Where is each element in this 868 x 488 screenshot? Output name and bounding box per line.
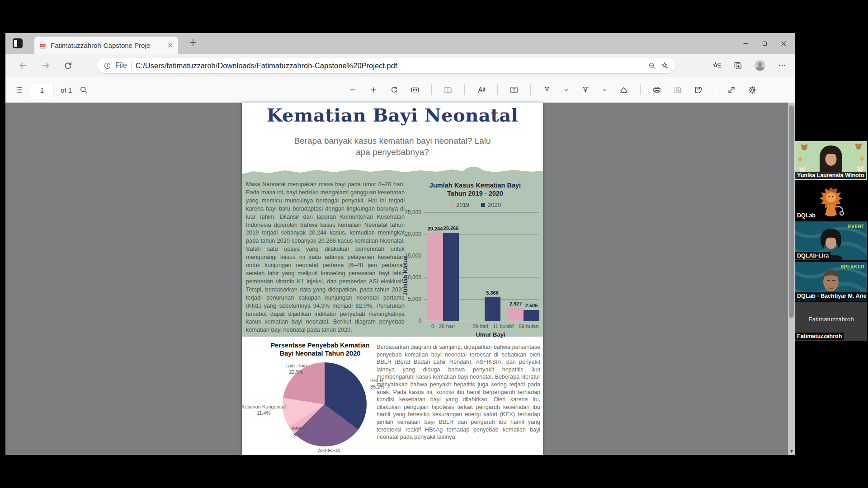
y-axis-label: Jumlah Kasus bbox=[402, 249, 409, 303]
browser-window: PDF Fatimatuzzahroh-Capstone Proje File bbox=[5, 33, 795, 455]
pie-slice-label: ASFIKSIA bbox=[303, 447, 355, 454]
maximize-icon[interactable] bbox=[761, 40, 768, 47]
url-text[interactable]: C:/Users/fatimatuzzaroh/Downloads/Fatima… bbox=[136, 61, 644, 70]
y-axis-tick: 20,000 bbox=[396, 231, 421, 237]
erase-icon[interactable] bbox=[619, 85, 628, 94]
tab-title: Fatimatuzzahroh-Capstone Proje bbox=[51, 42, 163, 49]
highlight-icon[interactable] bbox=[581, 85, 590, 94]
torn-paper-edge bbox=[242, 165, 543, 177]
screen: PDF Fatimatuzzahroh-Capstone Proje File bbox=[0, 0, 868, 488]
settings-icon[interactable] bbox=[748, 85, 757, 94]
toolbar-divider bbox=[497, 84, 498, 95]
legend-swatch bbox=[449, 203, 453, 207]
participant-badge: EVENT bbox=[848, 224, 864, 229]
video-tile[interactable]: Yunika Laurensia Winoto bbox=[795, 141, 867, 180]
page-count-label: of 1 bbox=[61, 86, 72, 94]
zoom-out-icon[interactable] bbox=[348, 85, 357, 94]
scroll-down-icon[interactable]: ▼ bbox=[789, 449, 794, 454]
bar-chart-legend: 20192020 bbox=[410, 202, 541, 208]
minimize-icon[interactable] bbox=[742, 40, 750, 47]
close-window-icon[interactable] bbox=[780, 40, 788, 47]
pdf-toolbar-left: of 1 bbox=[14, 77, 88, 103]
pie-slice-label: BBLR 35.2% bbox=[370, 377, 398, 390]
document-subtitle: Berapa banyak kasus kematian bayi neonat… bbox=[293, 135, 492, 158]
legend-swatch bbox=[481, 203, 485, 207]
tab-strip: PDF Fatimatuzzahroh-Capstone Proje bbox=[5, 33, 795, 54]
refresh-icon[interactable] bbox=[63, 61, 73, 70]
toolbar-divider bbox=[715, 84, 715, 95]
legend-item: 2020 bbox=[481, 202, 501, 208]
participant-center-text: Fatimatuzzahroh bbox=[795, 316, 867, 323]
video-tile[interactable]: FatimatuzzahrohFatimatuzzahroh bbox=[795, 302, 867, 341]
chevron-down-icon[interactable] bbox=[602, 87, 608, 93]
save-icon bbox=[673, 85, 682, 94]
bar-value-label: 5.366 bbox=[481, 290, 503, 296]
add-text-icon[interactable] bbox=[509, 85, 519, 94]
collections-icon[interactable] bbox=[733, 61, 742, 70]
legend-item: 2019 bbox=[449, 202, 469, 208]
pie-chart-title: Persentase Penyebab Kematian Bayi Neonat… bbox=[255, 341, 386, 357]
table-of-contents-icon[interactable] bbox=[14, 85, 24, 94]
pdf-favicon-icon: PDF bbox=[39, 41, 47, 49]
participant-name: Yunika Laurensia Winoto bbox=[795, 172, 866, 179]
participant-name: DQLab - Bachtiyar M. Arief bbox=[795, 292, 867, 300]
save-as-icon[interactable] bbox=[694, 85, 703, 94]
x-axis-tick: 12 - 59 bulan bbox=[492, 324, 543, 329]
page-view-icon bbox=[443, 85, 453, 94]
fullscreen-icon[interactable] bbox=[727, 85, 736, 94]
draw-icon[interactable] bbox=[542, 85, 552, 94]
browser-tab[interactable]: PDF Fatimatuzzahroh-Capstone Proje bbox=[34, 37, 178, 54]
read-aloud-icon[interactable] bbox=[476, 85, 486, 94]
nav-buttons bbox=[18, 54, 73, 77]
pdf-toolbar: of 1 bbox=[5, 77, 795, 103]
url-scheme-label: File bbox=[115, 61, 127, 70]
zoom-in-icon[interactable] bbox=[369, 85, 378, 94]
y-axis-tick: 0 bbox=[396, 318, 421, 324]
print-icon[interactable] bbox=[652, 85, 661, 94]
pdf-canvas: Kematian Bayi Neonatal Berapa banyak kas… bbox=[5, 103, 795, 455]
toolbar-divider bbox=[530, 84, 531, 95]
legend-label: 2020 bbox=[488, 202, 501, 208]
workspaces-icon[interactable] bbox=[13, 38, 23, 48]
video-tile[interactable]: DQLab bbox=[795, 181, 867, 220]
bar-chart-title: Jumlah Kasus Kematian Bayi Tahun 2019 - … bbox=[410, 181, 541, 197]
fit-width-icon[interactable] bbox=[410, 85, 420, 94]
document-title: Kematian Bayi Neonatal bbox=[242, 104, 543, 126]
forward-icon[interactable] bbox=[41, 61, 51, 70]
analysis-paragraph: Berdasarkan diagram di samping, didapatk… bbox=[377, 343, 540, 441]
add-favorite-icon[interactable] bbox=[660, 61, 669, 70]
page-zoom-icon[interactable] bbox=[648, 61, 656, 70]
search-icon[interactable] bbox=[79, 85, 88, 94]
page-number-input[interactable] bbox=[31, 83, 53, 97]
address-bar[interactable]: File C:/Users/fatimatuzzaroh/Downloads/F… bbox=[97, 58, 675, 73]
bar-value-label: 20.266 bbox=[440, 225, 462, 231]
bar-2019 bbox=[508, 308, 524, 321]
bar-2020 bbox=[485, 297, 500, 321]
video-tile[interactable]: SPEAKERDQLab - Bachtiyar M. Arief bbox=[795, 262, 867, 300]
tab-close-icon[interactable] bbox=[167, 42, 174, 49]
window-controls bbox=[742, 33, 791, 54]
toolbar-divider bbox=[640, 84, 641, 95]
gridline bbox=[424, 321, 539, 321]
info-icon[interactable] bbox=[104, 62, 111, 70]
favorites-icon[interactable] bbox=[712, 61, 722, 70]
pie-slice-label: Lain - lain 22.5% bbox=[268, 362, 324, 375]
bar-2020 bbox=[524, 310, 539, 321]
new-tab-icon[interactable] bbox=[188, 38, 198, 47]
pdf-toolbar-center bbox=[348, 77, 757, 103]
more-menu-icon[interactable] bbox=[778, 61, 787, 70]
rotate-icon[interactable] bbox=[390, 85, 399, 94]
y-axis-tick: 25,000 bbox=[396, 209, 421, 216]
intro-paragraph: Masa Neonatal merupakan masa bayi pada u… bbox=[246, 180, 405, 334]
profile-avatar[interactable] bbox=[754, 60, 766, 71]
participant-name: DQLAb-Lira bbox=[795, 252, 830, 259]
address-divider bbox=[131, 61, 132, 70]
pie-slice-label: Kelainan Kongenital 11.4% bbox=[242, 404, 287, 416]
scrollbar-thumb[interactable] bbox=[789, 105, 794, 318]
bar-2020 bbox=[443, 233, 459, 321]
back-icon[interactable] bbox=[18, 61, 28, 70]
x-axis-label: Umur Bayi bbox=[463, 331, 518, 338]
video-tile[interactable]: EVENTDQLAb-Lira bbox=[795, 221, 867, 260]
chevron-down-icon[interactable] bbox=[563, 87, 569, 93]
navigation-bar: File C:/Users/fatimatuzzaroh/Downloads/F… bbox=[5, 54, 795, 78]
